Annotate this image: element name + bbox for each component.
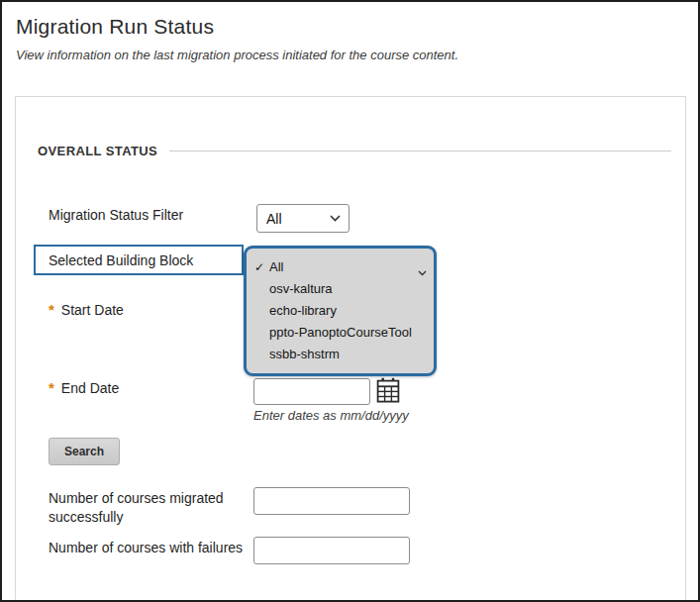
page-header: Migration Run Status View information on…	[16, 15, 678, 62]
migration-status-filter-select[interactable]: All	[256, 204, 350, 233]
checkmark-icon: ✓	[254, 256, 264, 278]
section-divider	[169, 150, 671, 151]
dropdown-option-echo-library[interactable]: echo-library	[247, 300, 434, 322]
end-date-label: End Date	[61, 380, 119, 396]
dropdown-option-label: ssbb-shstrm	[269, 347, 340, 361]
start-date-row: * Start Date	[49, 301, 124, 318]
required-icon: *	[49, 301, 54, 318]
date-format-hint: Enter dates as mm/dd/yyyy	[253, 408, 409, 423]
section-header: OVERALL STATUS	[38, 144, 671, 158]
dropdown-option-all[interactable]: ✓ All	[247, 256, 434, 278]
search-button[interactable]: Search	[49, 438, 120, 465]
selected-building-block-label[interactable]: Selected Building Block	[34, 245, 244, 275]
dropdown-option-ppto-panopto[interactable]: ppto-PanoptoCourseTool	[247, 322, 434, 344]
migrated-successfully-input[interactable]	[253, 487, 410, 515]
end-date-input[interactable]	[253, 378, 370, 405]
page-title: Migration Run Status	[16, 15, 678, 39]
dropdown-option-ssbb-shstrm[interactable]: ssbb-shstrm	[247, 344, 434, 365]
chevron-down-icon	[418, 270, 427, 276]
failures-input[interactable]	[253, 537, 410, 564]
calendar-icon	[376, 391, 400, 406]
dropdown-option-label: osv-kaltura	[269, 281, 333, 296]
migration-status-filter-value: All	[266, 211, 282, 227]
dropdown-option-label: echo-library	[269, 303, 337, 318]
required-icon: *	[49, 379, 54, 396]
dropdown-option-label: All	[269, 259, 283, 274]
overall-status-panel: OVERALL STATUS Migration Status Filter A…	[15, 96, 686, 602]
dropdown-option-label: ppto-PanoptoCourseTool	[269, 325, 412, 340]
start-date-label: Start Date	[61, 302, 124, 318]
end-date-row: * End Date	[49, 379, 119, 396]
page-subtitle: View information on the last migration p…	[16, 48, 678, 62]
migration-status-filter-label: Migration Status Filter	[49, 207, 183, 223]
migrated-successfully-label: Number of courses migrated successfully	[49, 489, 254, 527]
calendar-button[interactable]	[374, 375, 402, 405]
building-block-dropdown-list: ✓ All osv-kaltura echo-library ppto-Pano…	[244, 246, 437, 376]
chevron-down-icon	[330, 215, 341, 222]
migration-run-status-page: Migration Run Status View information on…	[0, 0, 700, 602]
failures-label: Number of courses with failures	[49, 540, 243, 555]
dropdown-option-osv-kaltura[interactable]: osv-kaltura	[247, 278, 434, 300]
section-title: OVERALL STATUS	[38, 144, 157, 158]
selected-building-block-label-text: Selected Building Block	[49, 252, 193, 268]
